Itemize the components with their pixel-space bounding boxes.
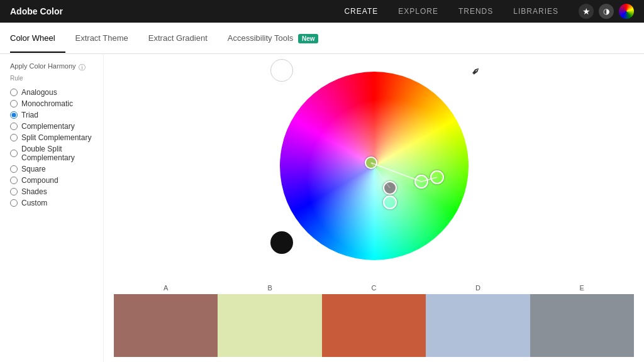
label-compound: Compound — [21, 176, 58, 185]
label-triad: Triad — [21, 111, 38, 119]
top-nav: Adobe Color CREATE EXPLORE TRENDS LIBRAR… — [0, 0, 644, 23]
swatch-c[interactable] — [322, 294, 426, 357]
eyedropper-icon[interactable]: ✒ — [468, 63, 484, 79]
star-icon[interactable]: ★ — [579, 4, 594, 19]
label-analogous: Analogous — [21, 88, 57, 97]
label-square: Square — [21, 165, 46, 173]
nav-explore[interactable]: EXPLORE — [398, 7, 438, 16]
swatches — [114, 294, 634, 357]
swatch-label-d: D — [426, 284, 530, 292]
black-swatch[interactable] — [270, 231, 293, 254]
radio-monochromatic[interactable]: Monochromatic — [10, 99, 93, 108]
tab-extract-gradient[interactable]: Extract Gradient — [138, 25, 218, 53]
handle-green[interactable] — [365, 156, 377, 169]
radio-shades[interactable]: Shades — [10, 187, 93, 196]
swatch-label-c: C — [322, 284, 426, 292]
nav-trends[interactable]: TRENDS — [458, 7, 493, 16]
tab-color-wheel[interactable]: Color Wheel — [10, 25, 65, 53]
radio-triad[interactable]: Triad — [10, 111, 93, 119]
handle-center[interactable] — [383, 181, 397, 195]
label-custom: Custom — [21, 199, 47, 207]
radio-split-complementary[interactable]: Split Complementary — [10, 133, 93, 142]
radio-analogous[interactable]: Analogous — [10, 88, 93, 97]
label-double-split: Double Split Complementary — [21, 145, 93, 162]
radio-double-split[interactable]: Double Split Complementary — [10, 145, 93, 162]
wheel-radial-overlay — [292, 84, 481, 273]
app-logo: Adobe Color — [10, 6, 63, 16]
white-swatch[interactable] — [270, 59, 293, 82]
harmony-rule-subtitle: Rule — [10, 75, 93, 82]
top-nav-icons: ★ ◑ — [579, 4, 634, 19]
harmony-rule-title: Apply Color Harmony — [10, 62, 76, 71]
moon-icon[interactable]: ◑ — [599, 4, 614, 19]
radio-compound[interactable]: Compound — [10, 176, 93, 185]
nav-create[interactable]: CREATE — [344, 7, 378, 16]
color-wheel-container[interactable]: ✒ — [267, 59, 481, 273]
label-monochromatic: Monochromatic — [21, 99, 73, 108]
nav-libraries[interactable]: LIBRARIES — [513, 7, 558, 16]
wheel-area: ✒ A — [104, 54, 644, 362]
swatch-label-a: A — [114, 284, 218, 292]
main-content: Apply Color Harmony ⓘ Rule Analogous Mon… — [0, 54, 644, 362]
swatch-label-e: E — [530, 284, 634, 292]
user-avatar[interactable] — [619, 4, 634, 19]
swatch-labels: A B C D E — [114, 282, 634, 294]
swatch-b[interactable] — [218, 294, 321, 357]
swatch-e[interactable] — [530, 294, 634, 357]
info-icon[interactable]: ⓘ — [79, 63, 86, 72]
radio-complementary[interactable]: Complementary — [10, 122, 93, 131]
new-badge: New — [298, 34, 319, 43]
swatch-label-b: B — [218, 284, 321, 292]
label-shades: Shades — [21, 187, 47, 196]
tab-extract-theme[interactable]: Extract Theme — [65, 25, 138, 53]
handle-bottom[interactable] — [383, 195, 397, 209]
label-split-complementary: Split Complementary — [21, 133, 91, 142]
sub-nav: Color Wheel Extract Theme Extract Gradie… — [0, 23, 644, 54]
tab-accessibility-tools[interactable]: Accessibility Tools New — [218, 25, 329, 53]
label-complementary: Complementary — [21, 122, 75, 131]
handle-far-right[interactable] — [430, 170, 444, 184]
handle-right[interactable] — [414, 175, 428, 189]
swatch-a[interactable] — [114, 294, 218, 357]
swatches-row: A B C D E — [114, 282, 634, 357]
radio-custom[interactable]: Custom — [10, 199, 93, 207]
radio-square[interactable]: Square — [10, 165, 93, 173]
top-nav-links: CREATE EXPLORE TRENDS LIBRARIES — [344, 7, 558, 16]
sidebar: Apply Color Harmony ⓘ Rule Analogous Mon… — [0, 54, 104, 362]
swatch-d[interactable] — [426, 294, 530, 357]
